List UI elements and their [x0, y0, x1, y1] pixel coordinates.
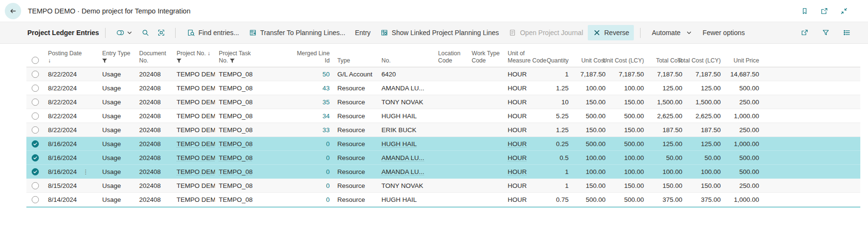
column-header-project-no[interactable]: Project No. ↓ [173, 50, 215, 64]
select-all-checkbox[interactable] [32, 57, 39, 64]
merged-line-id-cell[interactable]: 35 [259, 99, 333, 106]
table-row[interactable]: 8/22/2024Usage202408TEMPO DEMOTEMPO_0835… [26, 95, 860, 109]
row-options-icon[interactable]: ⋮ [83, 168, 89, 175]
row-checkbox[interactable] [32, 99, 39, 106]
back-button[interactable] [5, 3, 21, 19]
unit-of-measure-code-cell[interactable]: HOUR [504, 168, 545, 175]
bookmark-icon[interactable] [800, 7, 809, 15]
posting-date-cell[interactable]: 8/22/2024 [44, 99, 98, 106]
unit-of-measure-code-cell[interactable]: HOUR [504, 140, 545, 148]
unit-of-measure-code-cell[interactable]: HOUR [504, 196, 545, 203]
no-cell[interactable]: AMANDA LU... [378, 154, 434, 161]
search-button[interactable] [137, 25, 153, 40]
unit-of-measure-code-cell[interactable]: HOUR [504, 182, 545, 189]
row-checkbox[interactable] [32, 85, 39, 92]
column-header-document-no[interactable]: DocumentNo. [135, 50, 173, 64]
list-icon[interactable] [843, 29, 851, 37]
project-task-no-cell[interactable]: TEMPO_08 [215, 99, 259, 106]
automate-menu-button[interactable]: Automate [647, 25, 698, 40]
posting-date-cell[interactable]: 8/16/2024⋮ [44, 168, 98, 175]
merged-line-id-cell[interactable]: 0 [259, 168, 333, 175]
project-no-cell[interactable]: TEMPO DEMO [173, 168, 215, 175]
project-task-no-cell[interactable]: TEMPO_08 [215, 71, 259, 78]
column-header-quantity[interactable]: Quantity [545, 57, 572, 64]
no-cell[interactable]: AMANDA LU... [378, 85, 434, 92]
column-header-unit-of-measure-code[interactable]: Unit ofMeasure Code [504, 50, 545, 64]
project-no-cell[interactable]: TEMPO DEMO [173, 154, 215, 161]
unit-of-measure-code-cell[interactable]: HOUR [504, 71, 545, 78]
row-checkbox[interactable] [32, 140, 39, 148]
open-in-new-window-icon[interactable] [820, 7, 828, 15]
no-cell[interactable]: HUGH HAIL [378, 196, 434, 203]
filter-icon[interactable] [821, 29, 830, 37]
table-row[interactable]: 8/22/2024Usage202408TEMPO DEMOTEMPO_0843… [26, 81, 860, 95]
project-no-cell[interactable]: TEMPO DEMO [173, 71, 215, 78]
table-row[interactable]: 8/22/2024Usage202408TEMPO DEMOTEMPO_0850… [26, 67, 860, 81]
column-header-unit-price[interactable]: Unit Price [725, 57, 763, 64]
no-cell[interactable]: HUGH HAIL [378, 112, 434, 120]
project-task-no-cell[interactable]: TEMPO_08 [215, 112, 259, 120]
merged-line-id-cell[interactable]: 43 [259, 85, 333, 92]
table-row[interactable]: 8/22/2024Usage202408TEMPO DEMOTEMPO_0834… [26, 109, 860, 123]
posting-date-cell[interactable]: 8/22/2024 [44, 112, 98, 120]
project-no-cell[interactable]: TEMPO DEMO [173, 112, 215, 120]
column-header-total-cost-lcy[interactable]: Total Cost (LCY) [686, 57, 725, 64]
no-cell[interactable]: TONY NOVAK [378, 99, 434, 106]
no-cell[interactable]: TONY NOVAK [378, 182, 434, 189]
unit-of-measure-code-cell[interactable]: HOUR [504, 85, 545, 92]
share-icon[interactable] [800, 29, 809, 37]
project-no-cell[interactable]: TEMPO DEMO [173, 126, 215, 134]
column-header-project-task-no[interactable]: Project TaskNo. [215, 50, 259, 64]
row-checkbox[interactable] [32, 196, 39, 203]
posting-date-cell[interactable]: 8/16/2024 [44, 140, 98, 148]
merged-line-id-cell[interactable]: 34 [259, 112, 333, 120]
column-header-no[interactable]: No. [378, 57, 434, 64]
project-task-no-cell[interactable]: TEMPO_08 [215, 140, 259, 148]
find-entries-button[interactable]: Find entries... [182, 25, 244, 40]
merged-line-id-cell[interactable]: 50 [259, 71, 333, 78]
fewer-options-button[interactable]: Fewer options [698, 25, 749, 40]
row-checkbox[interactable] [32, 126, 39, 134]
column-header-entry-type[interactable]: Entry Type [98, 50, 135, 64]
project-task-no-cell[interactable]: TEMPO_08 [215, 126, 259, 134]
table-row[interactable]: 8/16/2024Usage202408TEMPO DEMOTEMPO_080R… [26, 137, 860, 151]
column-header-work-type-code[interactable]: Work TypeCode [468, 50, 504, 64]
unit-of-measure-code-cell[interactable]: HOUR [504, 99, 545, 106]
posting-date-cell[interactable]: 8/16/2024 [44, 154, 98, 161]
no-cell[interactable]: 6420 [378, 71, 434, 78]
project-no-cell[interactable]: TEMPO DEMO [173, 182, 215, 189]
project-task-no-cell[interactable]: TEMPO_08 [215, 168, 259, 175]
project-no-cell[interactable]: TEMPO DEMO [173, 85, 215, 92]
posting-date-cell[interactable]: 8/22/2024 [44, 71, 98, 78]
no-cell[interactable]: ERIK BUCK [378, 126, 434, 134]
column-header-location-code[interactable]: LocationCode [434, 50, 468, 64]
column-header-type[interactable]: Type [333, 57, 378, 64]
focus-mode-button[interactable] [153, 25, 169, 40]
project-no-cell[interactable]: TEMPO DEMO [173, 140, 215, 148]
project-task-no-cell[interactable]: TEMPO_08 [215, 196, 259, 203]
unit-of-measure-code-cell[interactable]: HOUR [504, 112, 545, 120]
merged-line-id-cell[interactable]: 0 [259, 196, 333, 203]
unit-of-measure-code-cell[interactable]: HOUR [504, 126, 545, 134]
posting-date-cell[interactable]: 8/15/2024 [44, 182, 98, 189]
column-header-merged-line-id[interactable]: Merged LineId [259, 50, 333, 64]
merged-line-id-cell[interactable]: 0 [259, 154, 333, 161]
project-task-no-cell[interactable]: TEMPO_08 [215, 154, 259, 161]
views-button[interactable] [112, 25, 137, 40]
column-header-posting-date[interactable]: Posting Date↓ [44, 50, 98, 64]
posting-date-cell[interactable]: 8/22/2024 [44, 85, 98, 92]
merged-line-id-cell[interactable]: 33 [259, 126, 333, 134]
project-no-cell[interactable]: TEMPO DEMO [173, 99, 215, 106]
entry-menu-button[interactable]: Entry [350, 25, 376, 40]
table-row[interactable]: 8/16/2024⋮Usage202408TEMPO DEMOTEMPO_080… [26, 165, 860, 179]
row-checkbox[interactable] [32, 168, 39, 175]
merged-line-id-cell[interactable]: 0 [259, 140, 333, 148]
no-cell[interactable]: AMANDA LU... [378, 168, 434, 175]
posting-date-cell[interactable]: 8/22/2024 [44, 126, 98, 134]
open-project-journal-button[interactable]: Open Project Journal [504, 25, 588, 40]
show-linked-project-planning-lines-button[interactable]: Show Linked Project Planning Lines [375, 25, 503, 40]
table-row[interactable]: 8/22/2024Usage202408TEMPO DEMOTEMPO_0833… [26, 123, 860, 137]
row-checkbox[interactable] [32, 71, 39, 78]
table-row[interactable]: 8/14/2024Usage202408TEMPO DEMOTEMPO_080R… [26, 193, 860, 207]
merged-line-id-cell[interactable]: 0 [259, 182, 333, 189]
